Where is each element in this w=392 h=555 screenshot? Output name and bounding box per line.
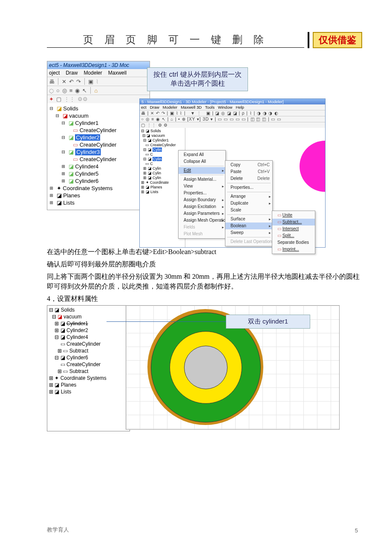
menu-item[interactable]: Properties...: [225, 184, 272, 191]
toolbar-row-2[interactable]: ◌ ○ ◎ ≡ ◉ ↖ ⌂: [47, 86, 150, 95]
toolbar-row-3[interactable]: ✦ ▢ ⋮⋮ ⚙⚙: [47, 95, 150, 103]
menu-item[interactable]: Draw: [150, 105, 159, 110]
tree-node[interactable]: Lists: [150, 190, 159, 194]
tree-node[interactable]: Cylinder2: [66, 327, 88, 333]
shape-icon[interactable]: ◌: [49, 87, 54, 94]
menu-item[interactable]: ect: [141, 105, 147, 110]
menu-item[interactable]: Scale: [225, 207, 272, 214]
model-tree-left[interactable]: ⊟ ◪ Solids ⊟ ◪ vacuum ⊟ ◪ Cylinder1 ▭ Cr…: [47, 103, 150, 210]
tree-node[interactable]: Planes: [63, 192, 80, 199]
menu-item[interactable]: Duplicate: [225, 200, 272, 207]
tree-node[interactable]: Cylin: [153, 166, 161, 171]
tree-node-selected[interactable]: Cylinder3: [75, 148, 101, 156]
tree-node[interactable]: Cylin: [153, 171, 161, 175]
tree-op[interactable]: CreateCylinder: [66, 361, 101, 367]
menu-item[interactable]: ▭ Intersect: [272, 225, 315, 232]
menu-item[interactable]: Draw: [66, 70, 78, 76]
cut-icon[interactable]: ✕: [62, 78, 66, 85]
tree-node[interactable]: Lists: [61, 389, 72, 395]
image-icon[interactable]: ▣: [88, 78, 93, 85]
tree-node-selected[interactable]: Cylinder2: [75, 134, 100, 141]
redo-icon[interactable]: ↷: [76, 78, 81, 85]
tree-op[interactable]: CreateCylinder: [150, 143, 176, 147]
model-tree-materials[interactable]: ⊟ ◪ Solids ⊟ ◪ vacuum ⊞ ◪ Cylinder1 ⊞ ◪ …: [47, 305, 130, 431]
target-icon[interactable]: ◎: [62, 87, 67, 94]
menu-item[interactable]: View: [179, 183, 225, 190]
menu-item[interactable]: Assign Boundary: [179, 197, 225, 203]
menu-item[interactable]: Tools: [205, 105, 214, 110]
tree-op[interactable]: Subtract: [69, 348, 89, 354]
tree-icon[interactable]: ⌇: [96, 78, 98, 85]
context-menu-boolean[interactable]: ▭ Unite ▭ Subtract... ▭ Intersect ▭ Spli…: [272, 211, 315, 254]
axis-icon[interactable]: ✦: [49, 96, 54, 102]
tree-node[interactable]: Cylinder6: [66, 355, 88, 361]
tree-node[interactable]: Coordinate Systems: [61, 375, 107, 381]
menu-item[interactable]: DeleteDelete: [225, 175, 272, 182]
box-icon[interactable]: ▢: [56, 96, 61, 102]
menu-item-subtract[interactable]: ▭ Subtract...: [272, 219, 315, 225]
grid-icon[interactable]: ⋮⋮: [64, 96, 75, 102]
tree-op[interactable]: CreateCylinder: [80, 142, 117, 148]
tree-node[interactable]: Solids: [61, 307, 75, 313]
tree-op[interactable]: Subtract: [69, 368, 89, 374]
tree-node-selected[interactable]: Cylin: [153, 147, 162, 152]
menu-item[interactable]: oject: [49, 70, 60, 76]
tree-node[interactable]: vacuum: [63, 314, 81, 320]
menu-item[interactable]: CopyCtrl+C: [225, 162, 272, 168]
menu-item[interactable]: Maxwell: [108, 70, 127, 76]
circle-icon[interactable]: ○: [56, 87, 60, 94]
menu-item[interactable]: Properties...: [179, 190, 225, 197]
tree-node[interactable]: Cylinder1: [75, 120, 98, 126]
menu-item[interactable]: ▭ Split...: [272, 232, 315, 239]
menu-item[interactable]: Arrange: [225, 193, 272, 200]
context-menu-edit[interactable]: CopyCtrl+C PasteCtrl+V DeleteDelete Prop…: [225, 160, 273, 246]
menu-item[interactable]: PasteCtrl+V: [225, 168, 272, 175]
tree-node[interactable]: Lists: [63, 199, 75, 206]
menu-item[interactable]: Assign Parameters: [179, 210, 225, 217]
tree-op[interactable]: CreateCylinder: [80, 127, 117, 133]
tree-node[interactable]: Cylinder5: [75, 171, 98, 177]
tree-op[interactable]: CreateCylinder: [66, 341, 101, 347]
app-right-toolbar-3[interactable]: ▢ ⋮⋮ ⚙ ⚙: [140, 122, 325, 128]
lines-icon[interactable]: ≡: [69, 87, 73, 94]
cursor-icon[interactable]: ↖: [82, 87, 87, 94]
app-right-toolbar-1[interactable]: 🖶 | ✕ ↶ ↷ | ▣ ⌇ ⌇ | ▼ ⋮ ▣ | ◪ ◎ ◪ ◪ | ρ …: [140, 110, 325, 116]
tree-node[interactable]: Cylin: [153, 176, 161, 180]
undo-icon[interactable]: ↶: [69, 78, 74, 85]
menu-item[interactable]: Assign Excitation: [179, 203, 225, 210]
menu-item[interactable]: Expand All: [179, 151, 225, 158]
tree-node[interactable]: vacuum: [69, 113, 89, 119]
view-dropdown[interactable]: 3D: [203, 117, 209, 121]
menu-item[interactable]: Window: [218, 105, 232, 110]
tree-node[interactable]: Cylinder4: [75, 163, 98, 170]
tree-node[interactable]: vacuum: [152, 133, 165, 138]
menu-item[interactable]: Assign Material...: [179, 176, 225, 183]
tree-node[interactable]: Solids: [150, 129, 161, 133]
tree-node[interactable]: Cylinder1: [66, 321, 88, 327]
tree-node[interactable]: Cylinder4: [66, 334, 88, 340]
menu-item[interactable]: ▭ Imprint...: [272, 246, 315, 253]
menu-item[interactable]: Collapse All: [179, 158, 225, 165]
tool-icon[interactable]: ⌂: [94, 87, 98, 94]
menu-item[interactable]: Help: [236, 105, 244, 110]
tree-node-selected[interactable]: Cylin: [153, 157, 162, 161]
tree-node[interactable]: Cylinder6: [75, 178, 98, 184]
menu-item[interactable]: ▭ Unite: [272, 212, 315, 219]
print-icon[interactable]: 🖶: [49, 78, 55, 85]
tree-node[interactable]: Coordinate: [150, 180, 169, 185]
app-right-menubar[interactable]: ect Draw Modeler Maxwell 3D Tools Window…: [140, 104, 325, 110]
menu-item[interactable]: Surface: [225, 216, 272, 223]
context-menu-1[interactable]: Expand All Collapse All Edit Assign Mate…: [178, 150, 226, 239]
menu-item[interactable]: Modeler: [163, 105, 177, 110]
tree-node[interactable]: Solids: [63, 105, 78, 112]
tree-node[interactable]: Planes: [61, 382, 77, 388]
menu-item[interactable]: Maxwell 3D: [181, 105, 202, 110]
spiral-icon[interactable]: ◉: [75, 87, 80, 94]
tree-op[interactable]: CreateCylinder: [80, 156, 117, 162]
gears-icon[interactable]: ⚙⚙: [78, 96, 88, 102]
app-left-menubar[interactable]: oject Draw Modeler Maxwell: [47, 69, 150, 77]
tree-node[interactable]: Planes: [150, 185, 162, 189]
toolbar-row-1[interactable]: 🖶 ✕ ↶ ↷ ▣ ⌇: [47, 77, 150, 86]
menu-item[interactable]: Sweep: [225, 229, 272, 236]
menu-item[interactable]: Separate Bodies: [272, 239, 315, 246]
